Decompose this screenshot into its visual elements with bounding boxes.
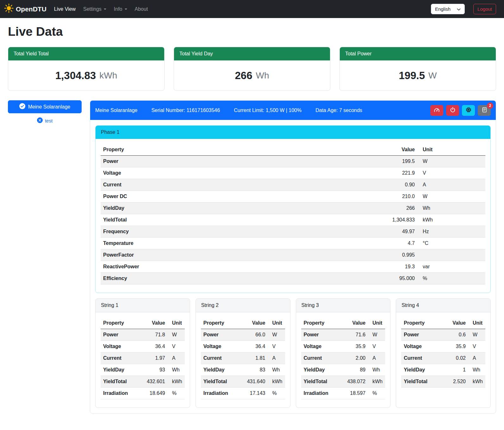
inverter-select-button[interactable]: Meine Solaranlage [8,100,82,113]
inverter-title: Meine Solaranlage [95,108,137,113]
column-header-unit: Unit [468,317,485,329]
summary-card-body: 199.5 W [340,60,496,90]
nav-about[interactable]: About [131,4,152,15]
nav-info-label: Info [114,6,122,12]
unit-cell: Wh [368,364,385,376]
column-header-value: Value [343,317,368,329]
value-cell: 19.3 [376,261,417,273]
unit-cell: W [468,329,485,341]
unit-cell: V [368,341,385,352]
unit-cell: kWh [168,376,185,388]
table-row: Power0.6W [401,329,485,341]
nav-about-label: About [135,6,148,12]
table-row: Efficiency95.000% [101,273,485,284]
chevron-down-icon [457,6,461,12]
table-row: YieldTotal432.601kWh [101,376,185,388]
summary-card-unit: Wh [256,71,269,81]
unit-cell: °C [417,238,485,249]
unit-cell: V [417,167,485,179]
table-row: Current1.97A [101,352,185,364]
property-cell: Voltage [301,341,344,352]
unit-cell: kWh [468,376,485,388]
inverter-item-test[interactable]: test [8,117,82,124]
phase-table: Property Value Unit Power199.5WVoltage22… [101,144,485,284]
column-header-property: Property [101,317,143,329]
serial-number: Serial Number: 116171603546 [151,108,220,113]
string-table-body: Power0.6WVoltage35.9VCurrent0.02AYieldDa… [401,329,485,388]
speedometer-icon [434,107,440,114]
limit-settings-button[interactable] [430,105,443,116]
column-header-value: Value [243,317,268,329]
event-count-badge: 2 [487,103,493,109]
unit-cell: Wh [468,364,485,376]
property-cell: Efficiency [101,273,376,284]
unit-cell: % [417,273,485,284]
unit-cell: var [417,261,485,273]
nav-live-view[interactable]: Live View [50,4,79,15]
nav-settings-label: Settings [83,6,102,12]
nav-live-view-label: Live View [54,6,76,12]
device-info-button[interactable] [462,105,475,116]
nav-info[interactable]: Info [110,4,131,15]
table-row: YieldTotal438.072kWh [301,376,385,388]
string-card-3: String 3 Property Value Unit [296,298,391,408]
table-header-row: Property Value Unit [101,317,185,329]
string-body: Property Value Unit Power66.0WVoltage36.… [196,312,290,408]
unit-cell [417,249,485,261]
unit-cell: W [168,329,185,341]
property-cell: Power [401,329,444,341]
table-row: Irradiation18.649% [101,388,185,399]
unit-cell: Wh [417,203,485,214]
summary-card-value: 266 [235,70,252,82]
data-age: Data Age: 7 seconds [315,108,362,113]
string-card-2: String 2 Property Value Unit [196,298,290,408]
event-log-button[interactable]: 2 [478,105,491,116]
navbar: OpenDTU Live View Settings Info About En… [0,0,504,18]
phase-card: Phase 1 Property Value Unit Power199.5WV… [95,125,491,293]
main-row: Meine Solaranlage test Meine Solaranlage… [8,100,496,423]
value-cell: 0.02 [444,352,468,364]
table-row: Irradiation18.597% [301,388,385,399]
string-table: Property Value Unit Power71.6WVoltage35.… [301,317,385,399]
summary-card-unit: kWh [99,71,117,81]
brand[interactable]: OpenDTU [4,3,47,15]
unit-cell: % [368,388,385,399]
table-header-row: Property Value Unit [201,317,285,329]
table-row: Power71.8W [101,329,185,341]
power-button[interactable] [446,105,459,116]
column-header-unit: Unit [368,317,385,329]
column-header-value: Value [444,317,468,329]
property-cell: YieldTotal [101,376,143,388]
value-cell: 89 [343,364,368,376]
nav-settings[interactable]: Settings [79,4,110,15]
property-cell: Power DC [101,191,376,203]
table-row: Voltage35.9V [401,341,485,352]
value-cell: 0.6 [444,329,468,341]
property-cell: Voltage [101,341,143,352]
value-cell: 71.8 [143,329,168,341]
property-cell: Voltage [201,341,243,352]
value-cell: 438.072 [343,376,368,388]
summary-card-title: Total Power [340,47,496,60]
property-cell: Current [301,352,344,364]
logout-button[interactable]: Logout [473,4,496,14]
summary-card-value: 199.5 [399,70,425,82]
string-table-body: Power71.6WVoltage35.9VCurrent2.00AYieldD… [301,329,385,399]
summary-card-title: Total Yield Total [8,47,164,60]
unit-cell: W [368,329,385,341]
chevron-down-icon [125,9,127,10]
value-cell: 66.0 [243,329,268,341]
language-select[interactable]: English [431,4,465,14]
column-header-value: Value [376,144,417,156]
property-cell: Current [201,352,243,364]
unit-cell: kWh [368,376,385,388]
phase-table-body: Power199.5WVoltage221.9VCurrent0.90APowe… [101,156,485,284]
value-cell: 266 [376,203,417,214]
value-cell: 0.90 [376,179,417,191]
string-table: Property Value Unit Power66.0WVoltage36.… [201,317,285,399]
property-cell: Irradiation [201,388,243,399]
table-row: Current2.00A [301,352,385,364]
current-limit: Current Limit: 1,500 W | 100% [234,108,302,113]
string-table-body: Power66.0WVoltage36.4VCurrent1.81AYieldD… [201,329,285,399]
summary-card-total-power: Total Power 199.5 W [339,47,496,91]
